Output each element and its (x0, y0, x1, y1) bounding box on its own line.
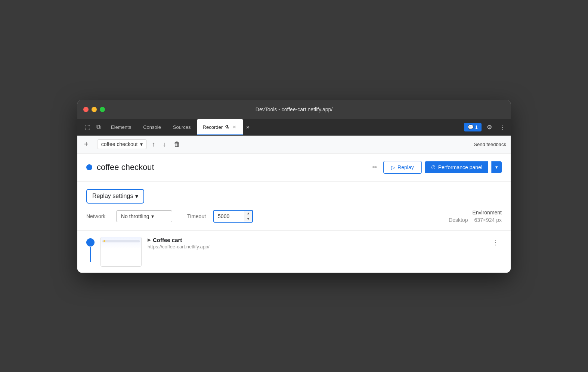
environment-details: Desktop 637×924 px (449, 217, 502, 223)
import-button[interactable]: ↓ (161, 139, 168, 150)
step-title-text: Coffee cart (153, 237, 182, 243)
dropdown-icon: ▾ (140, 141, 143, 147)
toolbar-right: Send feedback (474, 141, 506, 148)
maximize-button[interactable] (100, 107, 105, 112)
gear-icon: ⚙ (487, 124, 492, 130)
toolbar-divider (94, 140, 94, 149)
expand-step-icon[interactable]: ▶ (148, 238, 151, 242)
window-title: DevTools - coffee-cart.netlify.app/ (256, 106, 332, 112)
environment-title: Environment (449, 210, 502, 216)
step-more-options-button[interactable]: ⋮ (489, 237, 502, 248)
tabbar: ⬚ ⧉ Elements Console Sources Recorder ⚗ … (77, 119, 511, 136)
send-feedback-link[interactable]: Send feedback (474, 142, 506, 147)
timeout-input-wrapper: ▲ ▼ (213, 210, 253, 223)
network-dropdown-icon: ▾ (151, 213, 154, 219)
network-label: Network (86, 213, 109, 219)
step-connector-line (90, 247, 91, 262)
timeout-label: Timeout (187, 213, 206, 219)
more-options-button[interactable]: ⋮ (497, 122, 508, 132)
step-ellipsis-icon: ⋮ (492, 239, 499, 246)
step-thumbnail (100, 237, 142, 267)
environment-type: Desktop (449, 217, 468, 223)
recording-actions: ▷ Replay ⏱ Performance panel ▾ (383, 161, 502, 174)
play-icon: ▷ (391, 164, 395, 170)
delete-button[interactable]: 🗑 (171, 139, 183, 150)
steps-section: ▶ Coffee cart https://coffee-cart.netlif… (77, 231, 511, 273)
environment-size: 637×924 px (474, 217, 502, 223)
environment-section: Environment Desktop 637×924 px (449, 210, 502, 223)
ellipsis-vertical-icon: ⋮ (499, 124, 505, 130)
step-info: ▶ Coffee cart https://coffee-cart.netlif… (148, 237, 483, 249)
replay-button[interactable]: ▷ Replay (383, 161, 422, 174)
download-icon: ↓ (163, 140, 166, 148)
timeout-increment-button[interactable]: ▲ (244, 211, 252, 216)
recording-selector[interactable]: coffee checkout ▾ (97, 139, 147, 149)
chat-icon: 💬 (468, 124, 474, 130)
replay-settings-label: Replay settings (92, 193, 133, 199)
close-button[interactable] (83, 107, 89, 112)
table-row: ▶ Coffee cart https://coffee-cart.netlif… (86, 237, 502, 267)
network-throttle-select[interactable]: No throttling ▾ (116, 210, 172, 222)
toolbar: + coffee checkout ▾ ↑ ↓ 🗑 Send feedback (77, 136, 511, 154)
add-recording-button[interactable]: + (82, 139, 91, 149)
edit-title-button[interactable]: ✏ (371, 162, 379, 172)
replay-settings-toggle-button[interactable]: Replay settings ▾ (86, 189, 144, 204)
recording-header: coffee checkout ✏ ▷ Replay ⏱ Performance… (77, 154, 511, 182)
tab-console[interactable]: Console (137, 119, 167, 135)
more-tabs-button[interactable]: » (243, 124, 253, 130)
tab-close-button[interactable]: ✕ (231, 124, 237, 130)
devtools-window: DevTools - coffee-cart.netlify.app/ ⬚ ⧉ … (77, 100, 511, 273)
step-dot (86, 238, 95, 247)
chevron-down-icon: ▾ (135, 193, 138, 200)
performance-icon: ⏱ (431, 164, 436, 170)
export-button[interactable]: ↑ (150, 139, 158, 150)
tab-sources[interactable]: Sources (167, 119, 197, 135)
tabbar-right: 💬 1 ⚙ ⋮ (464, 122, 508, 132)
settings-button[interactable]: ⚙ (485, 122, 494, 132)
timeout-spinners: ▲ ▼ (244, 211, 252, 222)
replay-settings-section: Replay settings ▾ Network No throttling … (77, 182, 511, 231)
recording-indicator-dot (86, 164, 92, 170)
performance-panel-button[interactable]: ⏱ Performance panel (425, 161, 488, 173)
recording-title: coffee checkout (97, 162, 366, 172)
timeout-input[interactable] (214, 211, 244, 222)
timeout-decrement-button[interactable]: ▼ (244, 216, 252, 222)
nav-icons: ⬚ ⧉ (80, 122, 105, 132)
step-url: https://coffee-cart.netlify.app/ (148, 244, 483, 249)
tab-recorder[interactable]: Recorder ⚗ ✕ (197, 119, 243, 135)
device-icon[interactable]: ⧉ (95, 122, 102, 132)
minimize-button[interactable] (92, 107, 97, 112)
titlebar: DevTools - coffee-cart.netlify.app/ (77, 100, 511, 119)
step-indicator (86, 237, 95, 262)
traffic-lights (83, 107, 105, 112)
performance-panel-dropdown-button[interactable]: ▾ (491, 161, 502, 173)
env-divider (471, 217, 471, 223)
tab-elements[interactable]: Elements (105, 119, 137, 135)
settings-row: Network No throttling ▾ Timeout ▲ ▼ Envi… (86, 210, 502, 223)
network-throttle-value: No throttling (121, 213, 149, 219)
cursor-icon[interactable]: ⬚ (83, 122, 92, 132)
recording-name: coffee checkout (101, 141, 138, 147)
main-content: coffee checkout ✏ ▷ Replay ⏱ Performance… (77, 154, 511, 273)
upload-icon: ↑ (152, 140, 155, 148)
trash-icon: 🗑 (174, 140, 180, 148)
chat-badge-button[interactable]: 💬 1 (464, 123, 482, 131)
flask-icon: ⚗ (225, 124, 229, 130)
